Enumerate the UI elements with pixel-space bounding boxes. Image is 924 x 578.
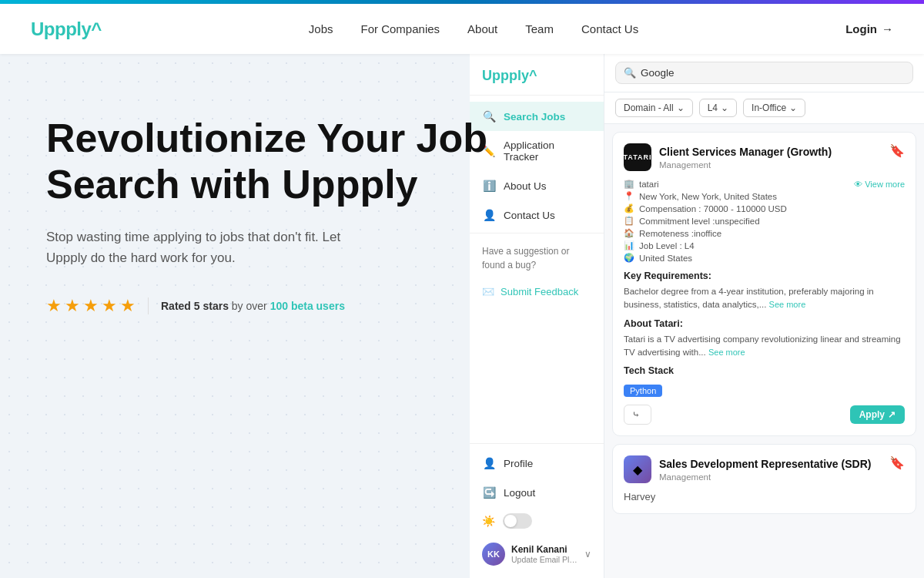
sidebar-item-profile[interactable]: 👤 Profile — [470, 449, 604, 478]
tech-tag-python: Python — [624, 385, 662, 397]
user-chevron-icon: ∨ — [584, 549, 591, 560]
user-profile-row[interactable]: KK Kenil Kanani Update Email Please... ∨ — [470, 535, 604, 573]
star-4: ★ — [102, 296, 117, 316]
sun-icon: ☀️ — [482, 515, 495, 527]
rating-text: Rated 5 stars by over 100 beta users — [161, 300, 345, 312]
nav-for-companies[interactable]: For Companies — [361, 22, 440, 35]
job-card-2: ◆ Sales Development Representative (SDR)… — [612, 444, 916, 514]
about-text: Tatari is a TV advertising company revol… — [624, 333, 905, 360]
profile-label: Profile — [504, 458, 533, 469]
job-title-group-2: Sales Development Representative (SDR) M… — [659, 457, 871, 482]
filter-domain-label: Domain - All — [624, 102, 674, 113]
theme-toggle[interactable] — [503, 513, 532, 529]
sidebar-item-logout[interactable]: ↪️ Logout — [470, 478, 604, 507]
apply-button-1[interactable]: Apply ↗ — [850, 405, 905, 424]
job-card-2-header: ◆ Sales Development Representative (SDR)… — [624, 455, 905, 483]
rated-text: Rated 5 stars — [161, 300, 229, 312]
star-1: ★ — [46, 296, 62, 316]
tech-stack-title: Tech Stack — [624, 365, 905, 376]
hero-title: Revolutionize Your Job Search with Upppl… — [46, 116, 493, 208]
about-see-more[interactable]: See more — [708, 348, 745, 357]
logout-icon: ↪️ — [482, 486, 496, 499]
logo[interactable]: Uppply^ — [31, 18, 102, 40]
main-content: Revolutionize Your Job Search with Upppl… — [0, 54, 924, 578]
sidebar-bottom: 👤 Profile ↪️ Logout ☀️ KK Kenil Kanan — [470, 443, 604, 578]
user-email: Update Email Please... — [511, 555, 578, 564]
nav-about[interactable]: About — [467, 22, 497, 35]
divider — [148, 297, 149, 314]
job-card-1-footer: ⤷ Apply ↗ — [624, 405, 905, 425]
header: Uppply^ Jobs For Companies About Team Co… — [0, 4, 924, 54]
beta-users-link[interactable]: 100 beta users — [270, 300, 345, 312]
job-card-2-company-row: ◆ Sales Development Representative (SDR)… — [624, 455, 871, 483]
filter-domain[interactable]: Domain - All ⌄ — [615, 99, 693, 117]
harvey-logo-icon: ◆ — [633, 462, 642, 477]
harvey-logo: ◆ — [624, 455, 651, 483]
hero-content: Revolutionize Your Job Search with Upppl… — [46, 116, 893, 316]
filter-domain-chevron: ⌄ — [677, 102, 685, 113]
filter-location-chevron: ⌄ — [789, 102, 797, 113]
logout-label: Logout — [504, 487, 535, 499]
filter-level[interactable]: L4 ⌄ — [699, 99, 737, 117]
star-3: ★ — [83, 296, 99, 316]
user-avatar: KK — [482, 543, 505, 566]
login-label: Login — [845, 22, 877, 35]
about-section: About Tatari: Tatari is a TV advertising… — [624, 318, 905, 360]
job-category-2: Management — [659, 472, 871, 482]
hero-subtitle: Stop wasting time applying to jobs that … — [46, 227, 354, 268]
toggle-knob — [504, 515, 517, 527]
sidebar-logo[interactable]: Uppply^ — [470, 54, 604, 96]
harvey-label: Harvey — [624, 491, 905, 502]
job-search-box[interactable]: 🔍 Google — [615, 62, 913, 84]
apply-label: Apply — [859, 409, 885, 420]
star-5: ★ — [120, 296, 136, 316]
bookmark-button-2[interactable]: 🔖 — [889, 455, 905, 470]
tech-stack-section: Tech Stack Python — [624, 365, 905, 397]
filter-level-chevron: ⌄ — [721, 102, 728, 113]
user-name: Kenil Kanani — [511, 544, 578, 555]
filter-location-label: In-Office — [752, 102, 786, 113]
search-icon: 🔍 — [624, 67, 636, 79]
star-2: ★ — [65, 296, 80, 316]
filter-level-label: L4 — [708, 102, 718, 113]
nav-contact[interactable]: Contact Us — [581, 22, 638, 35]
share-button-1[interactable]: ⤷ — [624, 405, 651, 425]
apply-external-icon: ↗ — [888, 409, 896, 420]
job-title-2: Sales Development Representative (SDR) — [659, 457, 871, 471]
nav-team[interactable]: Team — [525, 22, 554, 35]
search-value: Google — [641, 67, 675, 79]
job-panel-header: 🔍 Google — [604, 54, 924, 92]
by-text: by over — [232, 300, 270, 312]
star-rating: ★ ★ ★ ★ ★ — [46, 296, 136, 316]
filter-location[interactable]: In-Office ⌄ — [743, 99, 805, 117]
user-info: Kenil Kanani Update Email Please... — [511, 544, 578, 564]
nav-jobs[interactable]: Jobs — [309, 22, 333, 35]
profile-icon: 👤 — [482, 457, 496, 469]
theme-toggle-row: ☀️ — [470, 507, 604, 535]
arrow-icon: → — [882, 22, 893, 35]
main-nav: Jobs For Companies About Team Contact Us — [309, 22, 638, 35]
login-button[interactable]: Login → — [845, 22, 893, 35]
about-title: About Tatari: — [624, 318, 905, 329]
rating-row: ★ ★ ★ ★ ★ Rated 5 stars by over 100 beta… — [46, 296, 893, 316]
share-icon: ⤷ — [632, 409, 640, 420]
